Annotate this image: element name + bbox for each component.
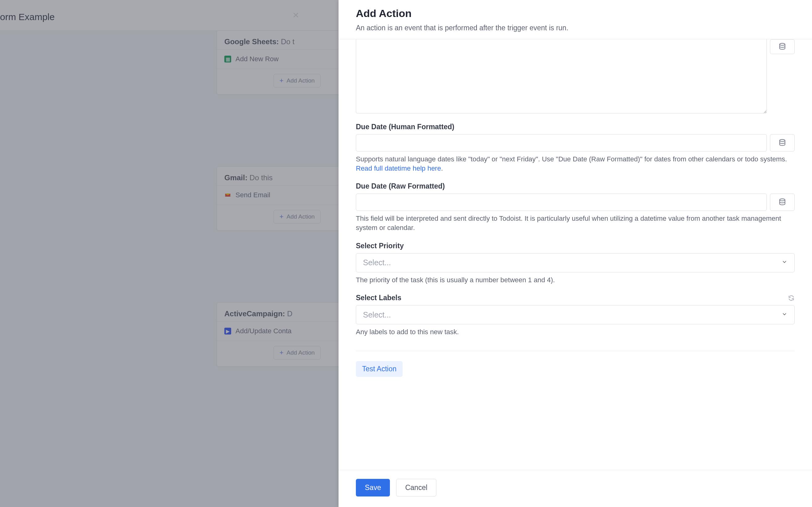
- section-divider: [356, 351, 795, 351]
- priority-select[interactable]: Select...: [356, 253, 795, 272]
- field-helper: Supports natural language dates like "to…: [356, 155, 795, 173]
- labels-select[interactable]: Select...: [356, 305, 795, 324]
- due-date-raw-input[interactable]: [356, 193, 767, 211]
- insert-data-button[interactable]: [770, 193, 795, 211]
- select-placeholder: Select...: [363, 258, 391, 267]
- note-textarea[interactable]: [356, 39, 767, 113]
- chevron-down-icon: [781, 259, 788, 267]
- field-helper: Any labels to add to this new task.: [356, 327, 795, 337]
- field-due-date-raw: Due Date (Raw Formatted) This field will…: [356, 182, 795, 232]
- panel-footer: Save Cancel: [339, 470, 812, 507]
- panel-subtitle: An action is an event that is performed …: [356, 24, 795, 32]
- add-action-panel: Add Action An action is an event that is…: [339, 0, 812, 507]
- test-action-button[interactable]: Test Action: [356, 361, 403, 377]
- panel-header: Add Action An action is an event that is…: [339, 0, 812, 39]
- helper-text: Supports natural language dates like "to…: [356, 155, 787, 163]
- field-label: Select Priority: [356, 242, 404, 250]
- database-icon: [778, 198, 786, 206]
- field-label: Due Date (Human Formatted): [356, 123, 454, 131]
- panel-title: Add Action: [356, 7, 795, 19]
- insert-data-button[interactable]: [770, 134, 795, 152]
- field-priority: Select Priority Select... The priority o…: [356, 242, 795, 285]
- field-helper: The priority of the task (this is usuall…: [356, 275, 795, 285]
- field-due-date-human: Due Date (Human Formatted) Supports natu…: [356, 123, 795, 173]
- svg-point-1: [779, 139, 785, 142]
- due-date-human-input[interactable]: [356, 134, 767, 152]
- insert-data-button[interactable]: [770, 39, 795, 54]
- refresh-icon[interactable]: [788, 295, 795, 301]
- field-helper: This field will be interpreted and sent …: [356, 214, 795, 232]
- cancel-button[interactable]: Cancel: [396, 479, 436, 497]
- select-placeholder: Select...: [363, 311, 391, 319]
- panel-body: Due Date (Human Formatted) Supports natu…: [339, 39, 812, 470]
- svg-point-0: [779, 43, 785, 46]
- svg-point-2: [779, 199, 785, 201]
- field-labels: Select Labels Select... Any labels to ad…: [356, 294, 795, 337]
- save-button[interactable]: Save: [356, 479, 390, 497]
- helper-text: .: [441, 164, 443, 172]
- datetime-help-link[interactable]: Read full datetime help here: [356, 164, 441, 172]
- database-icon: [778, 43, 786, 51]
- chevron-down-icon: [781, 311, 788, 319]
- database-icon: [778, 139, 786, 147]
- field-label: Select Labels: [356, 294, 401, 302]
- field-label: Due Date (Raw Formatted): [356, 182, 445, 190]
